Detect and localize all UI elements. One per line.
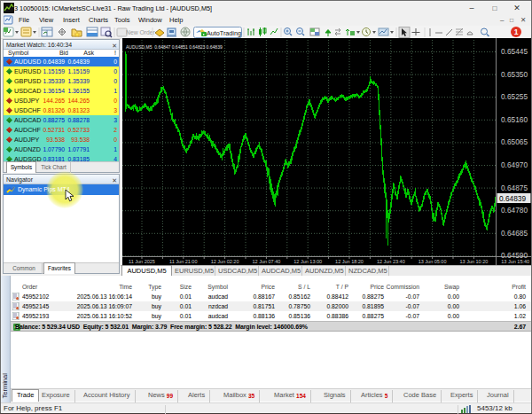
svg-text:0.64875: 0.64875 xyxy=(501,184,528,192)
svg-text:AUDUSD,M5 0.64847 0.64851 0.6: AUDUSD,M5 0.64847 0.64851 0.64823 0.6483… xyxy=(126,44,223,50)
svg-text:0.65350: 0.65350 xyxy=(501,70,528,79)
svg-text:12 Jun 18:20: 12 Jun 18:20 xyxy=(335,259,364,264)
svg-text:0.64780: 0.64780 xyxy=(501,206,528,215)
svg-text:13 Jun 15:40: 13 Jun 15:40 xyxy=(501,259,529,264)
svg-text:0.65445: 0.65445 xyxy=(501,47,528,56)
svg-text:0.65160: 0.65160 xyxy=(501,115,528,124)
svg-text:0.65065: 0.65065 xyxy=(501,137,528,146)
svg-text:11 Jun 21:00: 11 Jun 21:00 xyxy=(169,259,197,264)
svg-text:1: 1 xyxy=(514,27,519,36)
svg-text:0.65255: 0.65255 xyxy=(501,92,528,101)
svg-text:12 Jun 02:20: 12 Jun 02:20 xyxy=(211,259,239,264)
svg-text:11 Jun 2025: 11 Jun 2025 xyxy=(129,259,155,264)
svg-text:0.64970: 0.64970 xyxy=(501,160,528,169)
svg-text:12 Jun 23:40: 12 Jun 23:40 xyxy=(377,259,405,264)
svg-text:AutoTrading: AutoTrading xyxy=(207,29,241,37)
svg-text:12 Jun 07:40: 12 Jun 07:40 xyxy=(252,259,280,264)
svg-text:0.64839: 0.64839 xyxy=(499,194,526,203)
svg-text:12 Jun 13:00: 12 Jun 13:00 xyxy=(293,259,322,264)
svg-text:New Order: New Order xyxy=(126,29,156,35)
svg-text:13 Jun 10:20: 13 Jun 10:20 xyxy=(459,259,488,264)
svg-text:13 Jun 05:00: 13 Jun 05:00 xyxy=(419,259,447,264)
svg-text:0.64685: 0.64685 xyxy=(501,229,528,238)
